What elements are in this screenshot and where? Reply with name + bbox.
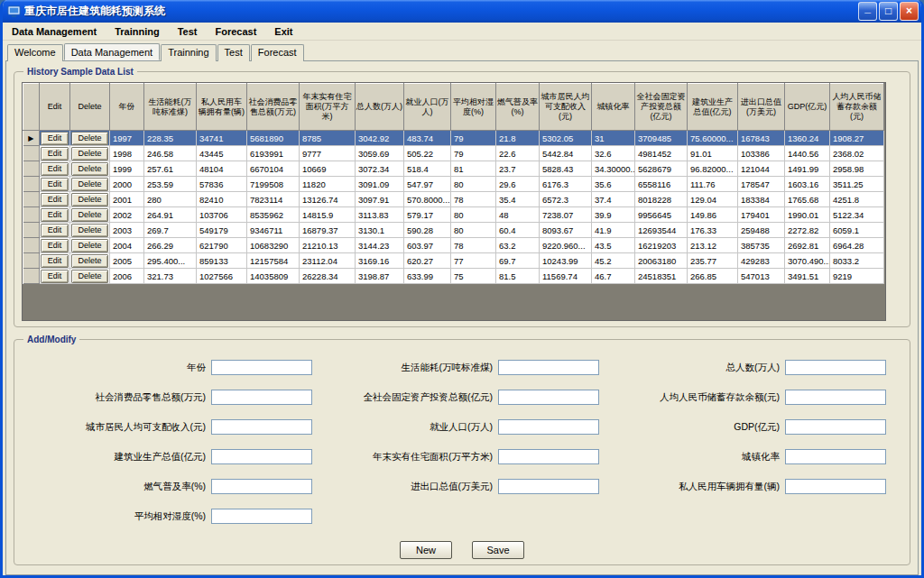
field-input-import-export[interactable] [498,479,599,494]
column-header[interactable]: Edit [40,84,70,131]
edit-button[interactable]: Edit [41,132,69,145]
table-row[interactable]: EditDelete2003269.7549179934671116879.37… [23,223,884,238]
menu-item-exit[interactable]: Exit [273,25,294,38]
field-input-fixed-asset-investment[interactable] [498,390,599,405]
column-header[interactable]: 就业人口(万人) [404,84,451,131]
column-header[interactable]: 城镇化率 [592,84,635,131]
row-indicator[interactable] [23,207,40,223]
edit-button[interactable]: Edit [41,270,69,283]
table-row[interactable]: EditDelete2002264.91103706853596214815.9… [23,207,884,223]
edit-button[interactable]: Edit [41,254,69,268]
tab-data-management[interactable]: Data Management [64,43,161,60]
delete-button[interactable]: Delete [71,270,108,283]
delete-button[interactable]: Delete [71,239,108,252]
table-row[interactable]: EditDelete2006321.7310275661403580926228… [23,269,884,284]
column-header[interactable]: 私人民用车辆拥有量(辆) [197,84,247,131]
field-input-gdp[interactable] [785,419,886,435]
data-cell: 24518351 [635,269,688,284]
new-button[interactable]: New [400,541,452,559]
column-header[interactable]: 燃气普及率(%) [496,84,540,131]
field-input-gas-coverage[interactable] [211,479,312,494]
delete-button[interactable]: Delete [71,147,108,161]
field-input-per-capita-savings[interactable] [785,390,886,405]
delete-button[interactable]: Delete [71,224,108,237]
column-header[interactable]: 城市居民人均可支配收入(元) [540,84,592,131]
data-cell: 8093.67 [540,223,592,238]
table-row[interactable]: EditDelete1999257.6148104667010410669307… [23,161,884,177]
data-cell: 77 [451,253,496,269]
field-input-retail-sales[interactable] [211,390,312,405]
field-input-private-vehicles[interactable] [785,479,886,494]
edit-button[interactable]: Edit [41,208,69,222]
tab-trainning[interactable]: Trainning [161,44,216,61]
delete-button[interactable]: Delete [71,208,108,222]
edit-button[interactable]: Edit [41,178,69,191]
column-header[interactable]: 人均人民币储蓄存款余额(元) [830,84,884,131]
column-header[interactable]: 进出口总值(万美元) [738,84,785,131]
edit-button[interactable]: Edit [41,162,69,176]
row-indicator[interactable] [23,146,40,161]
field-input-total-population[interactable] [785,360,886,375]
menu-item-trainning[interactable]: Trainning [113,25,162,38]
table-row[interactable]: ▶EditDelete1997228.353474156818908785304… [23,131,884,146]
column-header[interactable]: 社会消费品零售总额(万元) [247,84,300,131]
menu-item-test[interactable]: Test [176,25,199,38]
field-input-employed-population[interactable] [498,419,599,435]
data-cell: 63.2 [496,238,540,253]
row-indicator[interactable] [23,269,40,284]
tab-forecast[interactable]: Forecast [251,44,304,61]
row-indicator[interactable] [23,253,40,269]
edit-button[interactable]: Edit [41,224,69,237]
table-row[interactable]: EditDelete2004266.296217901068329021210.… [23,238,884,253]
table-row[interactable]: EditDelete2000253.5957836719950811820309… [23,177,884,192]
row-indicator[interactable] [23,192,40,207]
menu-item-forecast[interactable]: Forecast [213,25,258,38]
row-indicator[interactable] [23,238,40,253]
maximize-icon[interactable]: □ [879,2,898,21]
field-input-disposable-income[interactable] [211,419,312,435]
field-input-living-energy[interactable] [498,360,599,375]
row-indicator[interactable] [23,161,40,177]
data-cell: 621790 [197,238,247,253]
column-header[interactable]: 年份 [110,84,144,131]
data-cell: 4251.8 [830,192,884,207]
row-indicator[interactable] [23,223,40,238]
column-header[interactable] [23,84,40,131]
tab-test[interactable]: Test [217,44,250,61]
edit-button[interactable]: Edit [41,147,69,161]
minimize-icon[interactable]: _ [858,2,877,21]
table-row[interactable]: EditDelete200128082410782311413126.74309… [23,192,884,207]
field-input-humidity[interactable] [211,509,312,524]
field-input-construction-output[interactable] [211,449,312,464]
close-icon[interactable]: × [900,2,919,21]
delete-button[interactable]: Delete [71,162,108,176]
save-button[interactable]: Save [472,541,524,559]
edit-button[interactable]: Edit [41,193,69,206]
data-cell: 23.7 [496,161,540,177]
column-header[interactable]: GDP(亿元) [785,84,830,131]
delete-button[interactable]: Delete [71,254,108,268]
data-cell: 111.76 [688,177,738,192]
column-header[interactable]: 年末实有住宅面积(万平方米) [300,84,356,131]
delete-button[interactable]: Delete [71,132,108,145]
column-header[interactable]: 建筑业生产总值(亿元) [688,84,738,131]
field-input-year[interactable] [211,360,312,375]
delete-button[interactable]: Delete [71,178,108,191]
row-indicator[interactable] [23,177,40,192]
column-header[interactable]: 全社会固定资产投资总额(亿元) [635,84,688,131]
edit-button[interactable]: Edit [41,239,69,252]
column-header[interactable]: 平均相对湿度(%) [451,84,496,131]
delete-button[interactable]: Delete [71,193,108,206]
column-header[interactable]: Delete [70,84,110,131]
menu-item-data-management[interactable]: Data Management [10,25,98,38]
tab-welcome[interactable]: Welcome [7,44,63,61]
row-indicator[interactable]: ▶ [23,131,40,146]
data-cell: 48104 [197,161,247,177]
field-input-residential-area[interactable] [498,449,599,464]
column-header[interactable]: 生活能耗(万吨标准煤) [144,84,197,131]
column-header[interactable]: 总人数(万人) [356,84,404,131]
data-cell: 9219 [830,269,884,284]
table-row[interactable]: EditDelete1998246.5843445619399197773059… [23,146,884,161]
field-input-urbanization-rate[interactable] [785,449,886,464]
table-row[interactable]: EditDelete2005295.400...8591331215758423… [23,253,884,269]
